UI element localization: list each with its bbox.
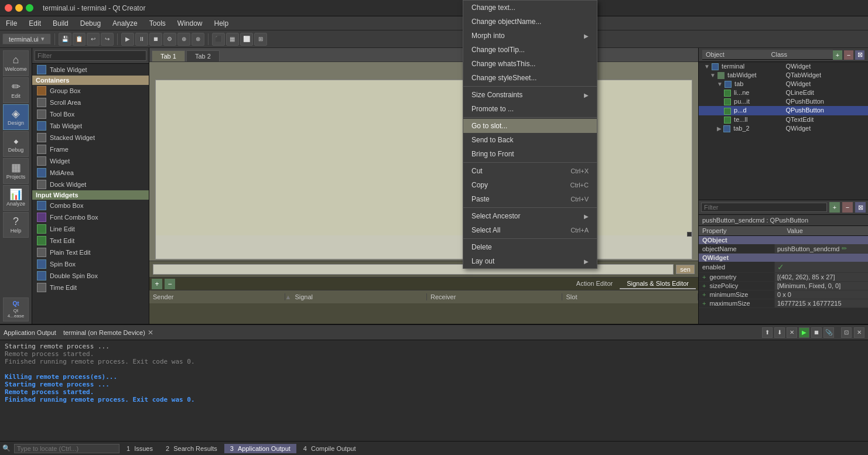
- bottom-scroll-up-btn[interactable]: ⬆: [762, 327, 773, 338]
- sidebar-item-mdiarea[interactable]: MdiArea: [32, 167, 149, 179]
- obj-row-terminal[interactable]: ▼ terminal QWidget: [699, 62, 868, 71]
- ctx-copy[interactable]: Copy Ctrl+C: [463, 178, 597, 192]
- menu-build[interactable]: Build: [47, 16, 74, 30]
- toolbar-btn-5[interactable]: ▶: [121, 33, 134, 46]
- statusbar-tab-app-output[interactable]: 3 Application Output: [224, 444, 296, 453]
- menu-help[interactable]: Help: [209, 16, 235, 30]
- toolbar-btn-3[interactable]: ↩: [87, 33, 100, 46]
- canvas-send-button[interactable]: sen: [676, 265, 695, 274]
- toolbar-btn-4[interactable]: ↪: [101, 33, 114, 46]
- obj-row-tab2[interactable]: ▶ tab_2 QWidget: [699, 124, 868, 133]
- signals-add-btn[interactable]: +: [152, 279, 162, 289]
- objectname-edit-icon[interactable]: ✏: [842, 245, 847, 252]
- signals-remove-btn[interactable]: −: [165, 279, 175, 289]
- ctx-delete[interactable]: Delete: [463, 240, 597, 254]
- props-filter-input[interactable]: [701, 203, 827, 212]
- signals-tab-signals-slots[interactable]: Signals & Slots Editor: [620, 279, 696, 289]
- sidebar-item-spin-box[interactable]: Spin Box: [32, 258, 149, 270]
- ctx-morph-into[interactable]: Morph into ▶: [463, 29, 597, 43]
- signals-tab-action-editor[interactable]: Action Editor: [569, 279, 620, 289]
- sidebar-item-font-combo-box[interactable]: Font Combo Box: [32, 211, 149, 223]
- menu-debug[interactable]: Debug: [74, 16, 107, 30]
- ctx-change-whatsthis[interactable]: Change whatsThis...: [463, 57, 597, 71]
- toolbar-save-btn[interactable]: 💾: [59, 33, 71, 46]
- ctx-send-to-back[interactable]: Send to Back: [463, 133, 597, 147]
- ctx-promote-to[interactable]: Promote to ...: [463, 102, 597, 116]
- sidebar-item-line-edit[interactable]: Line Edit: [32, 223, 149, 235]
- ctx-change-text[interactable]: Change text...: [463, 1, 597, 15]
- nav-analyze[interactable]: 📊 Analyze: [3, 185, 29, 211]
- props-row-sizepolicy[interactable]: + sizePolicy [Minimum, Fixed, 0, 0]: [699, 282, 868, 290]
- toolbar-btn-10[interactable]: ⊗: [192, 33, 204, 46]
- ctx-paste[interactable]: Paste Ctrl+V: [463, 192, 597, 206]
- props-row-enabled[interactable]: enabled ✓: [699, 262, 868, 273]
- nav-projects[interactable]: ▦ Projects: [3, 158, 29, 184]
- props-row-geometry[interactable]: + geometry [(402, 262), 85 x 27]: [699, 273, 868, 282]
- nav-debug[interactable]: ⬥ Debug: [3, 131, 29, 157]
- design-tab-1[interactable]: Tab 1: [152, 50, 185, 61]
- bottom-close-btn[interactable]: ✕: [854, 327, 864, 338]
- statusbar-tab-compile-output[interactable]: 4 Compile Output: [298, 444, 362, 453]
- nav-qt4ease[interactable]: Qt Qt 4...ease: [3, 297, 29, 321]
- sidebar-item-time-edit[interactable]: Time Edit: [32, 282, 149, 293]
- sidebar-item-group-box[interactable]: Group Box: [32, 85, 149, 97]
- ctx-change-stylesheet[interactable]: Change styleSheet...: [463, 71, 597, 85]
- sidebar-item-frame[interactable]: Frame: [32, 143, 149, 155]
- close-button[interactable]: [5, 4, 12, 12]
- ctx-select-all[interactable]: Select All Ctrl+A: [463, 223, 597, 237]
- obj-row-pushbtn-sendcmd[interactable]: p...d QPushButton: [699, 106, 868, 115]
- toolbar-btn-7[interactable]: ⏹: [149, 33, 162, 46]
- ctx-change-tooltip[interactable]: Change toolTip...: [463, 43, 597, 57]
- toolbar-btn-8[interactable]: ⚙: [163, 33, 176, 46]
- design-tab-2[interactable]: Tab 2: [186, 50, 220, 61]
- statusbar-tab-issues[interactable]: 1 Issues: [121, 444, 159, 453]
- props-row-objectname[interactable]: objectName pushButton_sendcmd ✏: [699, 244, 868, 254]
- maximize-button[interactable]: [26, 4, 33, 12]
- menu-window[interactable]: Window: [172, 16, 209, 30]
- toolbar-btn-12[interactable]: ▦: [226, 33, 239, 46]
- ctx-select-ancestor[interactable]: Select Ancestor ▶: [463, 209, 597, 223]
- props-filter-remove-btn[interactable]: −: [842, 202, 853, 213]
- nav-design[interactable]: ◈ Design: [3, 104, 29, 130]
- props-filter-add-btn[interactable]: +: [829, 202, 840, 213]
- object-panel-collapse-btn[interactable]: −: [844, 50, 853, 60]
- bottom-run-btn[interactable]: ▶: [799, 327, 809, 338]
- sidebar-item-scroll-area[interactable]: Scroll Area: [32, 97, 149, 108]
- sidebar-item-dock-widget[interactable]: Dock Widget: [32, 179, 149, 190]
- object-panel-filter-btn[interactable]: ⊠: [855, 50, 864, 60]
- sidebar-item-plain-text-edit[interactable]: Plain Text Edit: [32, 247, 149, 258]
- menu-analyze[interactable]: Analyze: [107, 16, 143, 30]
- props-row-minimumsize[interactable]: + minimumSize 0 x 0: [699, 290, 868, 299]
- ctx-lay-out[interactable]: Lay out ▶: [463, 254, 597, 268]
- sidebar-item-text-edit[interactable]: Text Edit: [32, 235, 149, 247]
- obj-row-pushbtn-it[interactable]: pu...it QPushButton: [699, 97, 868, 106]
- bottom-float-btn[interactable]: ⊡: [841, 327, 852, 338]
- design-canvas[interactable]: sen + − Action Editor Signals & Slots Ed…: [149, 62, 698, 324]
- props-filter-icon-btn[interactable]: ⊠: [855, 202, 866, 213]
- menu-edit[interactable]: Edit: [23, 16, 47, 30]
- toolbar-btn-14[interactable]: ⊞: [254, 33, 267, 46]
- ctx-bring-to-front[interactable]: Bring to Front: [463, 147, 597, 161]
- toolbar-btn-6[interactable]: ⏸: [135, 33, 148, 46]
- obj-row-tabwidget[interactable]: ▼ tabWidget QTabWidget: [699, 71, 868, 80]
- ctx-size-constraints[interactable]: Size Constraints ▶: [463, 88, 597, 102]
- sidebar-item-tool-box[interactable]: Tool Box: [32, 108, 149, 120]
- app-output-close-icon[interactable]: ✕: [148, 329, 153, 337]
- sidebar-item-combo-box[interactable]: Combo Box: [32, 200, 149, 211]
- menu-tools[interactable]: Tools: [143, 16, 172, 30]
- file-tab-dropdown[interactable]: ▾: [41, 35, 45, 43]
- ctx-cut[interactable]: Cut Ctrl+X: [463, 164, 597, 178]
- sidebar-item-table-widget[interactable]: Table Widget: [32, 64, 149, 76]
- sidebar-item-double-spin-box[interactable]: Double Spin Box: [32, 270, 149, 282]
- bottom-attach-btn[interactable]: 📎: [823, 327, 834, 338]
- nav-edit[interactable]: ✏ Edit: [3, 77, 29, 103]
- ctx-change-objectname[interactable]: Change objectName...: [463, 15, 597, 29]
- minimize-button[interactable]: [15, 4, 23, 12]
- statusbar-tab-search-results[interactable]: 2 Search Results: [160, 444, 223, 453]
- obj-row-textedit[interactable]: te...ll QTextEdit: [699, 115, 868, 124]
- menu-file[interactable]: File: [0, 16, 23, 30]
- bottom-stop-btn[interactable]: ⏹: [811, 327, 822, 338]
- ctx-go-to-slot[interactable]: Go to slot...: [463, 119, 597, 133]
- sidebar-item-widget[interactable]: Widget: [32, 155, 149, 167]
- toolbar-save-as-btn[interactable]: 📋: [73, 33, 86, 46]
